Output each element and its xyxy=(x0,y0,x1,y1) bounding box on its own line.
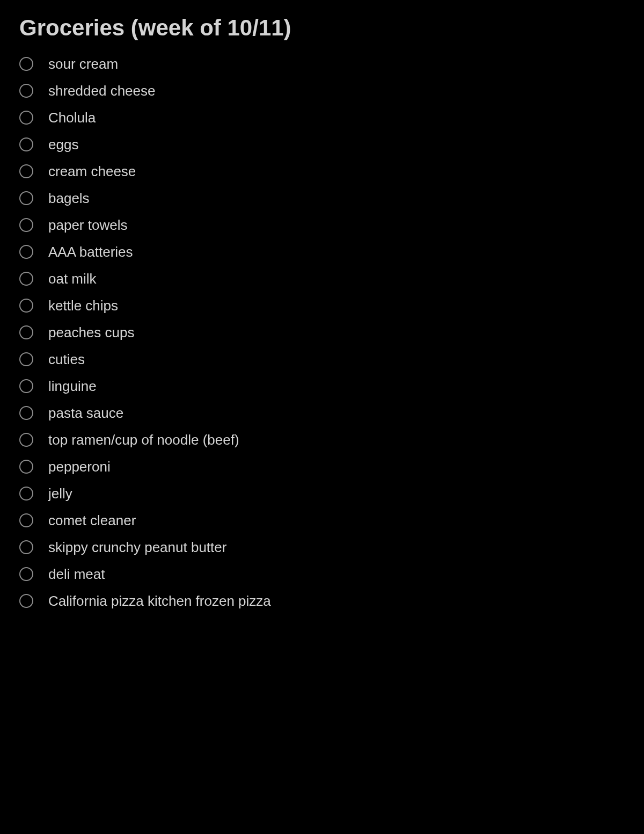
item-label: shredded cheese xyxy=(48,83,155,99)
list-item: linguine xyxy=(19,373,625,400)
list-item: pasta sauce xyxy=(19,400,625,426)
item-label: linguine xyxy=(48,378,97,395)
checkbox-circle-icon[interactable] xyxy=(19,218,33,232)
list-item: paper towels xyxy=(19,212,625,238)
item-label: skippy crunchy peanut butter xyxy=(48,539,226,556)
item-label: California pizza kitchen frozen pizza xyxy=(48,593,271,610)
list-item: sour cream xyxy=(19,50,625,77)
list-item: top ramen/cup of noodle (beef) xyxy=(19,426,625,453)
list-item: deli meat xyxy=(19,561,625,588)
list-item: cuties xyxy=(19,346,625,373)
list-item: comet cleaner xyxy=(19,507,625,534)
checkbox-circle-icon[interactable] xyxy=(19,513,33,527)
item-label: jelly xyxy=(48,485,72,502)
item-label: cuties xyxy=(48,351,85,368)
list-item: eggs xyxy=(19,131,625,158)
checkbox-circle-icon[interactable] xyxy=(19,191,33,205)
checkbox-circle-icon[interactable] xyxy=(19,137,33,151)
item-label: top ramen/cup of noodle (beef) xyxy=(48,432,239,448)
page-title: Groceries (week of 10/11) xyxy=(19,15,625,41)
checkbox-circle-icon[interactable] xyxy=(19,352,33,366)
list-item: cream cheese xyxy=(19,158,625,185)
checkbox-circle-icon[interactable] xyxy=(19,433,33,447)
list-item: bagels xyxy=(19,185,625,212)
item-label: peaches cups xyxy=(48,324,134,341)
checkbox-circle-icon[interactable] xyxy=(19,57,33,71)
checkbox-circle-icon[interactable] xyxy=(19,594,33,608)
checkbox-circle-icon[interactable] xyxy=(19,567,33,581)
checkbox-circle-icon[interactable] xyxy=(19,164,33,178)
item-label: pepperoni xyxy=(48,459,111,475)
checkbox-circle-icon[interactable] xyxy=(19,487,33,501)
list-item: peaches cups xyxy=(19,319,625,346)
checkbox-circle-icon[interactable] xyxy=(19,379,33,393)
list-item: skippy crunchy peanut butter xyxy=(19,534,625,561)
item-label: paper towels xyxy=(48,217,127,234)
checkbox-circle-icon[interactable] xyxy=(19,325,33,339)
checkbox-circle-icon[interactable] xyxy=(19,460,33,474)
checkbox-circle-icon[interactable] xyxy=(19,299,33,313)
checkbox-circle-icon[interactable] xyxy=(19,540,33,554)
checkbox-circle-icon[interactable] xyxy=(19,84,33,98)
item-label: oat milk xyxy=(48,271,97,287)
list-item: California pizza kitchen frozen pizza xyxy=(19,588,625,614)
item-label: eggs xyxy=(48,136,78,153)
list-item: Cholula xyxy=(19,104,625,131)
item-label: deli meat xyxy=(48,566,105,583)
list-item: jelly xyxy=(19,480,625,507)
list-item: shredded cheese xyxy=(19,77,625,104)
item-label: AAA batteries xyxy=(48,244,133,260)
checkbox-circle-icon[interactable] xyxy=(19,245,33,259)
item-label: pasta sauce xyxy=(48,405,123,422)
checklist: sour creamshredded cheeseCholulaeggscrea… xyxy=(19,50,625,614)
item-label: bagels xyxy=(48,190,90,207)
item-label: cream cheese xyxy=(48,163,136,180)
checkbox-circle-icon[interactable] xyxy=(19,272,33,286)
item-label: kettle chips xyxy=(48,298,118,314)
list-item: pepperoni xyxy=(19,453,625,480)
list-item: oat milk xyxy=(19,265,625,292)
checkbox-circle-icon[interactable] xyxy=(19,406,33,420)
list-item: AAA batteries xyxy=(19,238,625,265)
item-label: sour cream xyxy=(48,56,118,72)
checkbox-circle-icon[interactable] xyxy=(19,111,33,125)
list-item: kettle chips xyxy=(19,292,625,319)
item-label: Cholula xyxy=(48,110,96,126)
item-label: comet cleaner xyxy=(48,512,136,529)
